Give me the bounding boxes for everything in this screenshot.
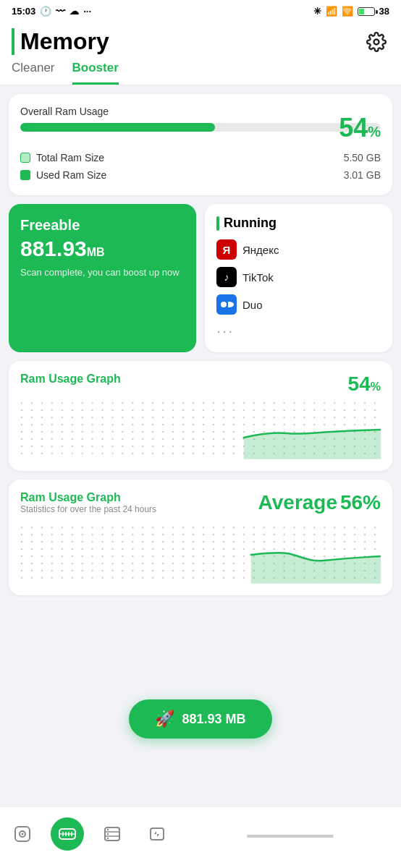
battery-indicator [358, 7, 375, 16]
graph1-percent: 54% [348, 373, 381, 396]
app-item-tiktok: ♪ TikTok [216, 267, 381, 287]
progress-fill [20, 123, 215, 132]
status-time: 15:03 🕐 〰 ☁ ··· [12, 6, 91, 17]
home-indicator [247, 835, 334, 838]
progress-bar [20, 123, 381, 132]
svg-point-9 [22, 833, 24, 835]
tab-booster[interactable]: Booster [72, 61, 119, 85]
svg-point-21 [107, 838, 109, 839]
memory-nav-icon [51, 817, 84, 851]
freeable-amount: 881.93MB [20, 237, 185, 260]
used-ram-dot [20, 170, 30, 180]
status-bar: 15:03 🕐 〰 ☁ ··· ✳ 📶 🛜 38 [0, 0, 401, 22]
ram-percent-value: 54 [339, 113, 368, 142]
graph2-subtitle: Statistics for over the past 24 hours [20, 504, 156, 514]
running-title: Running [216, 216, 381, 231]
freeable-amount-value: 881.93 [20, 237, 87, 260]
svg-point-19 [107, 829, 109, 830]
wifi-icon: 🛜 [342, 6, 353, 17]
battery-nav-icon [140, 817, 174, 851]
total-ram-dot [20, 153, 30, 163]
more-apps-dots: ··· [216, 322, 381, 341]
yandex-name: Яндекс [242, 244, 279, 256]
graph2-avg: Average 56% [258, 491, 381, 514]
nav-storage[interactable] [90, 814, 135, 854]
svg-point-0 [374, 39, 379, 44]
boost-amount-value: 881.93 [182, 712, 221, 726]
rocket-icon: 🚀 [155, 710, 174, 728]
boost-unit: MB [226, 712, 246, 726]
tab-cleaner[interactable]: Cleaner [12, 61, 55, 85]
boost-section: 🚀 881.93 MB [9, 685, 392, 750]
freeable-running-row: Freeable 881.93MB Scan complete, you can… [9, 204, 392, 352]
duo-icon [216, 294, 237, 315]
graph1-title: Ram Usage Graph [20, 373, 121, 386]
settings-button[interactable] [363, 29, 389, 55]
nav-cleaner[interactable] [0, 814, 45, 854]
graph1-percent-value: 54 [348, 373, 371, 395]
graph1-card: Ram Usage Graph 54% [9, 361, 392, 471]
graph2-title: Ram Usage Graph [20, 491, 121, 503]
freeable-desc: Scan complete, you can boost up now [20, 266, 185, 279]
green-bar-icon [216, 216, 219, 231]
tab-bar: Cleaner Booster [0, 55, 401, 85]
graph2-percent-display: 56% [340, 491, 381, 514]
duo-name: Duo [242, 299, 263, 311]
header: Memory [0, 22, 401, 55]
total-ram-label: Total Ram Size [36, 152, 104, 163]
running-label: Running [224, 216, 277, 231]
cleaner-nav-icon [6, 817, 39, 851]
nav-battery[interactable] [135, 814, 180, 854]
yandex-icon: Я [216, 239, 237, 260]
tiktok-icon: ♪ [216, 267, 237, 287]
dots-icon: ··· [83, 6, 91, 17]
freeable-card: Freeable 881.93MB Scan complete, you can… [9, 204, 196, 352]
graph2-percent-symbol: % [363, 491, 381, 514]
svg-point-2 [221, 302, 227, 307]
time-display: 15:03 [12, 6, 35, 17]
graph2-left: Ram Usage Graph Statistics for over the … [20, 491, 156, 520]
freeable-label: Freeable [20, 217, 185, 234]
main-content: Overall Ram Usage 54% Total Ram Size 5.5… [0, 85, 401, 759]
graph1-visualization [20, 401, 381, 459]
storage-nav-icon [96, 817, 129, 851]
graph2-card: Ram Usage Graph Statistics for over the … [9, 480, 392, 595]
ram-percent-display: 54% [339, 113, 381, 143]
overall-ram-label: Overall Ram Usage [20, 106, 381, 117]
total-ram-value: 5.50 GB [344, 152, 381, 163]
wave-icon: 〰 [56, 6, 65, 17]
boost-button[interactable]: 🚀 881.93 MB [129, 699, 271, 739]
battery-percent: 38 [379, 6, 389, 17]
graph2-percent-value: 56 [340, 491, 363, 514]
nav-memory[interactable] [45, 814, 90, 854]
running-card: Running Я Яндекс ♪ TikTok Duo [205, 204, 392, 352]
alarm-icon: 🕐 [40, 6, 51, 17]
used-ram-label: Used Ram Size [36, 169, 106, 181]
used-ram-row: Used Ram Size 3.01 GB [20, 166, 381, 184]
graph2-visualization [20, 526, 381, 584]
svg-point-20 [107, 833, 109, 835]
used-ram-value: 3.01 GB [344, 169, 381, 181]
graph1-header: Ram Usage Graph 54% [20, 373, 381, 396]
total-ram-row: Total Ram Size 5.50 GB [20, 149, 381, 166]
graph2-avg-label: Average [258, 491, 337, 514]
ram-usage-card: Overall Ram Usage 54% Total Ram Size 5.5… [9, 94, 392, 195]
ram-percent-symbol: % [368, 124, 381, 140]
boost-amount: 881.93 MB [182, 712, 245, 727]
signal-icon: 📶 [326, 6, 337, 17]
app-item-duo: Duo [216, 294, 381, 315]
freeable-unit: MB [87, 246, 105, 258]
cloud-icon: ☁ [69, 6, 79, 17]
tiktok-name: TikTok [242, 271, 274, 284]
status-indicators: ✳ 📶 🛜 38 [313, 6, 389, 17]
bluetooth-icon: ✳ [313, 6, 321, 17]
graph2-header: Ram Usage Graph Statistics for over the … [20, 491, 381, 520]
bottom-nav [0, 807, 401, 868]
graph1-percent-display: 54% [348, 373, 381, 395]
app-item-yandex: Я Яндекс [216, 239, 381, 260]
graph1-percent-symbol: % [371, 380, 381, 393]
page-title: Memory [12, 28, 109, 55]
